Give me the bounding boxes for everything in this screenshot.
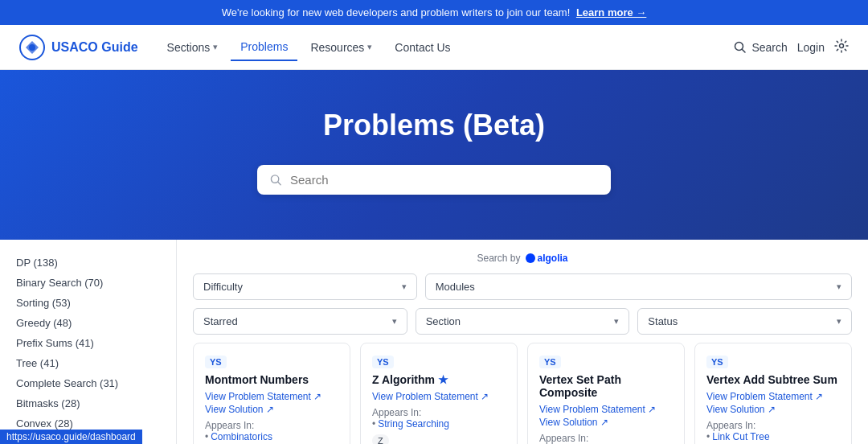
search-icon — [734, 41, 747, 54]
sidebar-item[interactable]: Greedy (48) — [0, 313, 176, 333]
search-button[interactable]: Search — [734, 41, 787, 54]
svg-point-1 — [29, 44, 35, 51]
card-title: Montmort Numbers — [205, 373, 338, 386]
sidebar-item[interactable]: Binary Search (70) — [0, 273, 176, 293]
view-solution-link[interactable]: View Solution ↗ — [539, 417, 673, 428]
brand-name: USACO Guide — [51, 40, 138, 55]
sidebar-item[interactable]: Tree (41) — [0, 353, 176, 373]
announcement-bar: We're looking for new web developers and… — [0, 0, 868, 25]
problem-card: YSVertex Set Path CompositeView Problem … — [527, 343, 685, 444]
problem-card: YSVertex Add Subtree SumView Problem Sta… — [694, 343, 852, 444]
view-statement-link[interactable]: View Problem Statement ↗ — [205, 391, 338, 402]
view-solution-link[interactable]: View Solution ↗ — [706, 404, 840, 415]
view-statement-link[interactable]: View Problem Statement ↗ — [372, 391, 506, 402]
card-tag: YS — [706, 356, 728, 368]
sections-chevron-icon: ▾ — [213, 42, 218, 52]
appears-label: Appears In: — [372, 407, 506, 418]
card-tag: YS — [372, 356, 394, 368]
search-attribution: Search by algolia — [193, 253, 852, 264]
sidebar-item[interactable]: DP (138) — [0, 253, 176, 273]
view-statement-link[interactable]: View Problem Statement ↗ — [706, 391, 840, 402]
sidebar-item[interactable]: Bitmasks (28) — [0, 393, 176, 413]
card-title: Z Algorithm ★ — [372, 373, 506, 386]
cards-grid: YSMontmort NumbersView Problem Statement… — [193, 343, 852, 444]
filter-row-2: Starred ▾ Section ▾ Status ▾ — [193, 308, 852, 335]
card-appears: Appears In:String Searching — [372, 407, 506, 430]
star-icon: ★ — [438, 373, 448, 386]
announcement-link[interactable]: Learn more → — [576, 6, 646, 18]
view-solution-link[interactable]: View Solution ↗ — [205, 404, 338, 415]
starred-filter[interactable]: Starred ▾ — [193, 308, 407, 335]
modules-filter[interactable]: Modules ▾ — [425, 273, 852, 300]
search-bar-container — [257, 165, 611, 195]
svg-point-4 — [840, 44, 844, 48]
algolia-badge: algolia — [526, 253, 568, 264]
svg-line-6 — [278, 182, 280, 184]
nav-sections[interactable]: Sections ▾ — [158, 35, 228, 60]
nav-resources[interactable]: Resources ▾ — [301, 35, 382, 60]
appears-label: Appears In: — [205, 420, 338, 431]
modules-chevron-icon: ▾ — [837, 282, 841, 292]
card-title: Vertex Add Subtree Sum — [706, 373, 840, 386]
section-filter[interactable]: Section ▾ — [416, 308, 630, 335]
status-bar-tooltip: https://usaco.guide/dashboard — [0, 430, 142, 444]
status-chevron-icon: ▾ — [837, 316, 841, 327]
search-bar-icon — [270, 174, 282, 187]
problem-card: YSZ Algorithm ★View Problem Statement ↗A… — [360, 343, 518, 444]
section-chevron-icon: ▾ — [614, 316, 619, 327]
settings-button[interactable] — [834, 39, 849, 56]
gear-icon — [834, 39, 849, 53]
search-bar — [257, 165, 611, 195]
card-tag: YS — [205, 356, 227, 368]
card-title: Vertex Set Path Composite — [539, 373, 673, 399]
navbar: USACO Guide Sections ▾ Problems Resource… — [0, 25, 868, 70]
view-statement-link[interactable]: View Problem Statement ↗ — [539, 404, 673, 415]
page-title: Problems (Beta) — [13, 109, 855, 142]
hero-section: Problems (Beta) — [0, 70, 868, 240]
card-appears: Appears In:Link Cut Tree — [706, 420, 840, 442]
search-by-label: Search by — [477, 253, 520, 264]
sidebar: DP (138)Binary Search (70)Sorting (53)Gr… — [0, 240, 177, 444]
nav-contact[interactable]: Contact Us — [385, 35, 460, 60]
difficulty-filter[interactable]: Difficulty ▾ — [193, 273, 417, 300]
usaco-logo — [19, 35, 45, 60]
appears-item: Combinatorics — [205, 431, 338, 442]
appears-item: String Searching — [372, 418, 506, 430]
nav-problems[interactable]: Problems — [231, 34, 297, 61]
appears-item: Link Cut Tree — [706, 431, 840, 442]
appears-label: Appears In: — [539, 433, 673, 444]
content-area: Search by algolia Difficulty ▾ Modules ▾… — [177, 240, 868, 444]
starred-chevron-icon: ▾ — [392, 316, 397, 327]
sidebar-item[interactable]: Complete Search (31) — [0, 373, 176, 393]
algolia-icon — [526, 253, 535, 263]
sidebar-item[interactable]: Sorting (53) — [0, 293, 176, 313]
nav-right: Search Login — [734, 39, 849, 56]
svg-line-3 — [743, 49, 746, 52]
search-input[interactable] — [290, 173, 598, 187]
card-tag: YS — [539, 356, 561, 368]
appears-label: Appears In: — [706, 420, 840, 431]
announcement-text: We're looking for new web developers and… — [222, 6, 571, 18]
tag-pill: Z — [372, 434, 389, 444]
main-content: DP (138)Binary Search (70)Sorting (53)Gr… — [0, 240, 868, 444]
navbar-links: Sections ▾ Problems Resources ▾ Contact … — [158, 34, 735, 61]
resources-chevron-icon: ▾ — [367, 42, 372, 52]
tags-row: Z — [372, 434, 506, 444]
login-button[interactable]: Login — [797, 41, 825, 54]
brand-logo-link[interactable]: USACO Guide — [19, 35, 138, 60]
sidebar-item[interactable]: Prefix Sums (41) — [0, 333, 176, 353]
difficulty-chevron-icon: ▾ — [402, 282, 407, 292]
card-appears: Appears In:Heavy-Light Decomposition — [539, 433, 673, 444]
problem-card: YSMontmort NumbersView Problem Statement… — [193, 343, 350, 444]
filter-row-1: Difficulty ▾ Modules ▾ — [193, 273, 852, 300]
status-filter[interactable]: Status ▾ — [637, 308, 852, 335]
card-appears: Appears In:Combinatorics — [205, 420, 338, 442]
